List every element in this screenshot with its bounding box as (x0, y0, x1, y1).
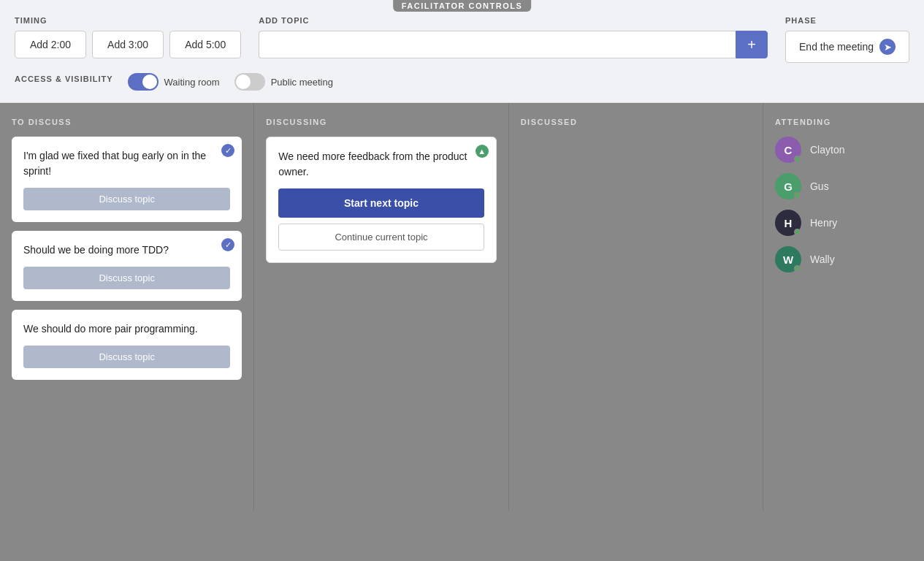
controls-panel: FACILITATOR CONTROLS TIMING Add 2:00 Add… (0, 0, 924, 103)
avatar-initial-3: W (783, 253, 793, 266)
add-topic-row: + (259, 31, 768, 58)
discussing-header: DISCUSSING (266, 118, 496, 126)
waiting-room-label: Waiting room (164, 77, 220, 88)
add-topic-section: ADD TOPIC + (259, 16, 768, 58)
discuss-topic-btn-1[interactable]: Discuss topic (23, 267, 230, 289)
status-dot-1 (794, 192, 801, 199)
timing-label: TIMING (15, 16, 241, 25)
continue-current-topic-button[interactable]: Continue current topic (278, 224, 484, 251)
facilitator-label: FACILITATOR CONTROLS (393, 0, 532, 12)
add-3-button[interactable]: Add 3:00 (92, 31, 164, 58)
main-content: TO DISCUSS ✓ I'm glad we fixed that bug … (0, 103, 924, 511)
add-topic-submit-button[interactable]: + (736, 31, 768, 58)
attendee-0: C Clayton (775, 137, 912, 163)
up-arrow-icon: ▲ (476, 145, 489, 158)
to-discuss-card-1: ✓ Should we be doing more TDD? Discuss t… (12, 231, 242, 301)
timing-section: TIMING Add 2:00 Add 3:00 Add 5:00 (15, 16, 241, 58)
discussed-column: DISCUSSED (509, 103, 763, 511)
status-dot-2 (794, 229, 801, 235)
discuss-topic-btn-0[interactable]: Discuss topic (23, 188, 230, 210)
add-topic-input[interactable] (259, 31, 736, 58)
status-dot-3 (794, 265, 801, 272)
public-meeting-toggle-group: Public meeting (234, 73, 333, 91)
to-discuss-card-2: We should do more pair programming. Disc… (12, 310, 242, 380)
public-meeting-label: Public meeting (271, 77, 333, 88)
avatar-initial-0: C (784, 144, 793, 156)
waiting-room-toggle[interactable] (128, 73, 159, 91)
attendee-name-2: Henry (810, 217, 837, 229)
to-discuss-header: TO DISCUSS (12, 118, 242, 126)
status-dot-0 (794, 156, 801, 162)
start-next-topic-button[interactable]: Start next topic (278, 188, 484, 218)
discussing-card: ▲ We need more feedback from the product… (266, 137, 496, 263)
check-icon-0: ✓ (221, 144, 234, 157)
timing-buttons: Add 2:00 Add 3:00 Add 5:00 (15, 31, 241, 58)
access-row: ACCESS & VISIBILITY Waiting room Public … (15, 73, 909, 91)
to-discuss-column: TO DISCUSS ✓ I'm glad we fixed that bug … (0, 103, 254, 511)
avatar-2: H (775, 210, 801, 236)
end-meeting-button[interactable]: End the meeting ➤ (785, 31, 909, 63)
discussing-topic-text: We need more feedback from the product o… (278, 149, 484, 180)
to-discuss-text-0: I'm glad we fixed that bug early on in t… (23, 148, 230, 179)
to-discuss-text-1: Should we be doing more TDD? (23, 243, 230, 258)
phase-label: PHASE (785, 16, 909, 25)
attending-header: ATTENDING (775, 118, 912, 126)
waiting-room-toggle-group: Waiting room (128, 73, 220, 91)
attendee-name-0: Clayton (810, 144, 844, 156)
arrow-right-icon: ➤ (879, 39, 896, 55)
attendee-name-3: Wally (810, 253, 835, 265)
attending-column: ATTENDING C Clayton G Gus H Henry W (763, 103, 924, 511)
attendee-name-1: Gus (810, 180, 829, 192)
avatar-0: C (775, 137, 801, 163)
access-label: ACCESS & VISIBILITY (15, 75, 113, 83)
add-topic-label: ADD TOPIC (259, 16, 768, 25)
to-discuss-text-2: We should do more pair programming. (23, 321, 230, 337)
discuss-topic-btn-2[interactable]: Discuss topic (23, 346, 230, 368)
add-2-button[interactable]: Add 2:00 (15, 31, 86, 58)
check-icon-1: ✓ (221, 238, 234, 251)
avatar-1: G (775, 173, 801, 199)
public-meeting-toggle[interactable] (234, 73, 265, 91)
discussing-column: DISCUSSING ▲ We need more feedback from … (254, 103, 508, 511)
phase-section: PHASE End the meeting ➤ (785, 16, 909, 63)
end-meeting-label: End the meeting (799, 41, 874, 53)
attendee-2: H Henry (775, 210, 912, 236)
attendee-1: G Gus (775, 173, 912, 199)
attendee-3: W Wally (775, 246, 912, 272)
avatar-initial-2: H (784, 217, 793, 229)
avatar-3: W (775, 246, 801, 272)
avatar-initial-1: G (784, 180, 793, 193)
discussed-header: DISCUSSED (521, 118, 751, 126)
to-discuss-card-0: ✓ I'm glad we fixed that bug early on in… (12, 137, 242, 222)
add-5-button[interactable]: Add 5:00 (169, 31, 241, 58)
